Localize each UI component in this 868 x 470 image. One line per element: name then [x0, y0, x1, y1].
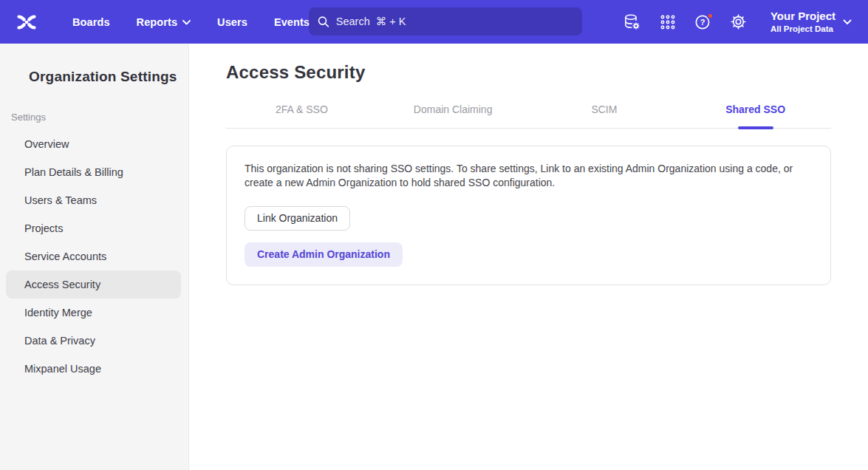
sidebar-item-mixpanel-usage[interactable]: Mixpanel Usage [6, 355, 181, 383]
sidebar-item-data-privacy[interactable]: Data & Privacy [6, 327, 181, 355]
sidebar-item-identity-merge[interactable]: Identity Merge [6, 299, 181, 327]
apps-grid-icon [659, 13, 677, 31]
sidebar-title: Organization Settings [0, 69, 188, 85]
nav-item-label: Boards [72, 16, 110, 28]
create-admin-organization-button[interactable]: Create Admin Organization [245, 242, 403, 267]
sidebar-item-projects[interactable]: Projects [6, 214, 181, 242]
sidebar-item-users-teams[interactable]: Users & Teams [6, 186, 181, 214]
mixpanel-logo-icon [16, 12, 37, 33]
search-icon [318, 16, 329, 28]
gear-icon [729, 13, 748, 31]
link-organization-button[interactable]: Link Organization [245, 206, 350, 231]
settings-sidebar: Organization Settings Settings Overview … [0, 44, 189, 470]
nav-item-label: Reports [137, 16, 178, 28]
notification-badge [707, 13, 714, 19]
svg-text:?: ? [700, 18, 705, 27]
nav-item-label: Events [274, 16, 310, 28]
sidebar-item-plan-details-billing[interactable]: Plan Details & Billing [6, 158, 181, 186]
shared-sso-card: This organization is not sharing SSO set… [226, 146, 831, 285]
tab-domain-claiming[interactable]: Domain Claiming [377, 103, 529, 128]
project-switcher[interactable]: Your Project All Project Data [765, 5, 858, 38]
tab-shared-sso[interactable]: Shared SSO [680, 103, 831, 128]
primary-nav: Boards Reports Users Events [59, 9, 323, 35]
chevron-down-icon [843, 19, 852, 25]
project-scope: All Project Data [770, 24, 835, 34]
nav-item-reports[interactable]: Reports [123, 9, 205, 35]
topbar-right-actions: ? Your Project All Project Data [618, 0, 858, 44]
apps-grid-button[interactable] [654, 8, 682, 36]
search-input[interactable] [336, 16, 573, 27]
help-button[interactable]: ? [689, 8, 717, 36]
global-search[interactable] [309, 7, 582, 35]
tab-2fa-sso[interactable]: 2FA & SSO [226, 103, 377, 128]
tab-scim[interactable]: SCIM [529, 103, 680, 128]
shared-sso-description: This organization is not sharing SSO set… [245, 162, 806, 190]
card-actions: Link Organization Create Admin Organizat… [245, 190, 813, 267]
tab-bar: 2FA & SSO Domain Claiming SCIM Shared SS… [226, 103, 831, 129]
top-navigation-bar: Boards Reports Users Events [0, 0, 868, 44]
nav-item-label: Users [217, 16, 247, 28]
project-info: Your Project All Project Data [770, 10, 835, 34]
settings-button[interactable] [725, 8, 753, 36]
nav-item-users[interactable]: Users [204, 9, 261, 35]
project-name: Your Project [770, 10, 835, 24]
sidebar-list: Overview Plan Details & Billing Users & … [0, 130, 188, 383]
database-gear-icon [623, 13, 641, 31]
sidebar-item-overview[interactable]: Overview [6, 130, 181, 158]
page-title: Access Security [226, 62, 831, 83]
mixpanel-logo[interactable] [12, 7, 41, 37]
main-panel: Access Security 2FA & SSO Domain Claimin… [189, 44, 868, 470]
data-management-button[interactable] [618, 8, 646, 36]
nav-item-boards[interactable]: Boards [59, 9, 123, 35]
sidebar-section-label: Settings [0, 112, 188, 123]
sidebar-item-access-security[interactable]: Access Security [6, 270, 181, 299]
chevron-down-icon [182, 20, 191, 25]
sidebar-item-service-accounts[interactable]: Service Accounts [6, 242, 181, 270]
